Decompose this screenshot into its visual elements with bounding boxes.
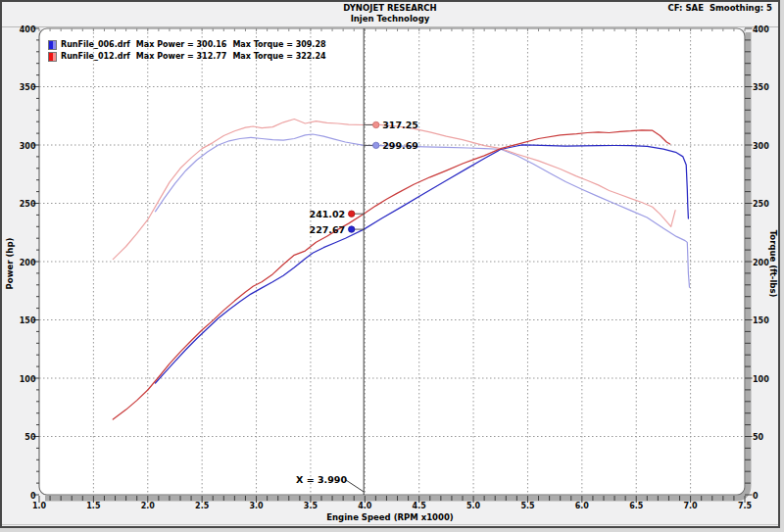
x-tick-label: 2.0 bbox=[141, 502, 156, 510]
cursor-marker-dot bbox=[373, 142, 379, 148]
x-tick-label: 4.0 bbox=[358, 502, 372, 510]
x-tick-label: 1.0 bbox=[32, 502, 47, 510]
y-left-tick-label: 50 bbox=[24, 433, 36, 442]
run-legend: RunFile_006.drfMax Power = 300.16Max Tor… bbox=[48, 39, 332, 63]
legend-row-RunFile_006.drf[interactable]: RunFile_006.drfMax Power = 300.16Max Tor… bbox=[48, 39, 332, 50]
x-tick-label: 6.5 bbox=[629, 502, 644, 510]
x-tick-label: 4.5 bbox=[413, 502, 427, 510]
dyno-plot-svg: 0050501001001501502002002502503003003503… bbox=[2, 2, 780, 528]
legend-label: RunFile_012.drfMax Power = 312.77Max Tor… bbox=[61, 52, 332, 61]
y-right-tick-label: 250 bbox=[753, 200, 769, 209]
x-tick-label: 7.5 bbox=[738, 502, 753, 510]
y-left-tick-label: 0 bbox=[30, 492, 36, 501]
legend-swatch bbox=[48, 40, 57, 50]
x-tick-label: 5.5 bbox=[520, 502, 535, 510]
cursor-marker-dot bbox=[349, 226, 355, 232]
legend-swatch bbox=[48, 52, 57, 62]
bottom-divider bbox=[2, 524, 778, 525]
cursor-marker-dot bbox=[373, 121, 379, 127]
cursor-marker-value: 241.02 bbox=[310, 209, 346, 219]
y-right-tick-label: 350 bbox=[753, 83, 769, 92]
y-right-tick-label: 200 bbox=[753, 259, 769, 267]
y-left-axis-title: Power (hp) bbox=[5, 229, 15, 298]
y-right-tick-label: 400 bbox=[753, 25, 769, 34]
x-tick-label: 7.0 bbox=[684, 502, 699, 510]
cursor-marker-value: 317.25 bbox=[382, 120, 418, 130]
y-right-axis-title: Torque (ft-lbs) bbox=[768, 229, 778, 298]
x-tick-label: 2.5 bbox=[195, 502, 210, 510]
cursor-marker-value: 227.67 bbox=[310, 224, 346, 235]
dyno-window: DYNOJET RESEARCH Injen Technology CF: SA… bbox=[0, 0, 780, 528]
y-left-tick-label: 200 bbox=[20, 259, 36, 267]
cursor-marker-dot bbox=[349, 211, 355, 217]
y-left-tick-label: 250 bbox=[20, 200, 36, 209]
y-left-tick-label: 350 bbox=[20, 83, 36, 92]
x-tick-label: 6.0 bbox=[575, 502, 590, 510]
y-left-tick-label: 400 bbox=[20, 25, 36, 34]
y-right-tick-label: 0 bbox=[753, 492, 759, 501]
x-tick-label: 3.5 bbox=[304, 502, 318, 510]
x-axis-title: Engine Speed (RPM x1000) bbox=[2, 512, 778, 522]
y-right-tick-label: 100 bbox=[753, 375, 769, 384]
cursor-marker-value: 299.69 bbox=[382, 140, 418, 151]
y-left-tick-label: 100 bbox=[20, 375, 36, 384]
y-right-tick-label: 300 bbox=[753, 142, 769, 151]
y-right-tick-label: 50 bbox=[753, 433, 764, 442]
y-left-tick-label: 150 bbox=[20, 316, 36, 325]
legend-label: RunFile_006.drfMax Power = 300.16Max Tor… bbox=[61, 40, 332, 49]
y-left-tick-label: 300 bbox=[20, 142, 36, 151]
x-tick-label: 1.5 bbox=[86, 502, 101, 510]
y-right-tick-label: 150 bbox=[753, 316, 769, 325]
legend-row-RunFile_012.drf[interactable]: RunFile_012.drfMax Power = 312.77Max Tor… bbox=[48, 51, 332, 62]
cursor-x-readout: X = 3.990 bbox=[274, 474, 347, 485]
x-tick-label: 5.0 bbox=[466, 502, 481, 510]
x-tick-label: 3.0 bbox=[249, 502, 264, 510]
